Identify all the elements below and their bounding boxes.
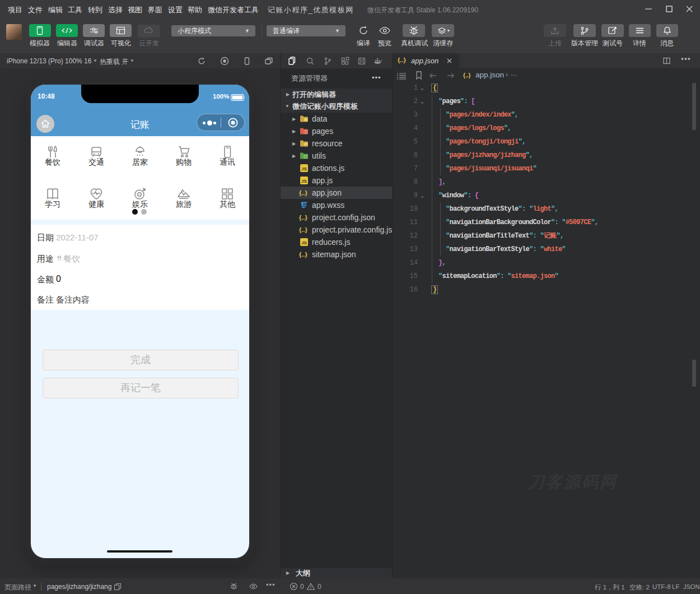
svg-text:JS: JS xyxy=(301,179,307,184)
svg-text:JS: JS xyxy=(301,166,307,171)
svg-text:JS: JS xyxy=(301,240,307,245)
